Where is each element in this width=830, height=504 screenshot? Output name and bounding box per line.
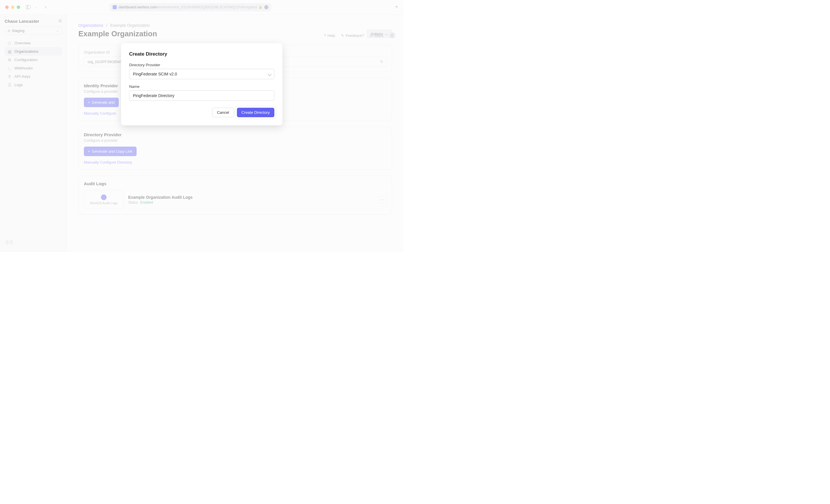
modal-title: Create Directory <box>129 51 274 57</box>
create-directory-button[interactable]: Create Directory <box>237 108 274 117</box>
name-label: Name <box>129 85 274 89</box>
directory-name-input[interactable] <box>129 91 274 101</box>
provider-label: Directory Provider <box>129 63 274 67</box>
directory-provider-select[interactable]: PingFederate SCIM v2.0 <box>129 69 274 79</box>
modal-overlay[interactable]: Create Directory Directory Provider Ping… <box>0 0 404 252</box>
cancel-button[interactable]: Cancel <box>212 108 234 117</box>
create-directory-modal: Create Directory Directory Provider Ping… <box>121 43 282 125</box>
